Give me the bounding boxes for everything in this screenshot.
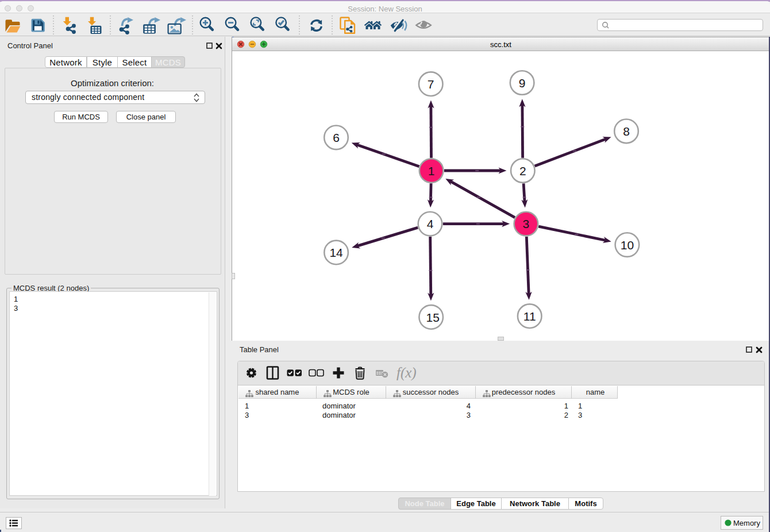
svg-text:7: 7 bbox=[428, 78, 434, 91]
svg-text:11: 11 bbox=[523, 310, 536, 323]
svg-text:9: 9 bbox=[519, 76, 526, 90]
svg-text:8: 8 bbox=[623, 125, 630, 138]
svg-text:1: 1 bbox=[428, 164, 435, 178]
svg-text:f(x): f(x) bbox=[396, 365, 417, 381]
svg-text:15: 15 bbox=[426, 311, 440, 324]
svg-text:2: 2 bbox=[519, 164, 526, 178]
svg-text:10: 10 bbox=[621, 238, 634, 252]
svg-text:14: 14 bbox=[329, 246, 343, 259]
svg-text:4: 4 bbox=[427, 217, 434, 230]
svg-text:3: 3 bbox=[523, 217, 530, 230]
svg-text:6: 6 bbox=[333, 131, 340, 144]
